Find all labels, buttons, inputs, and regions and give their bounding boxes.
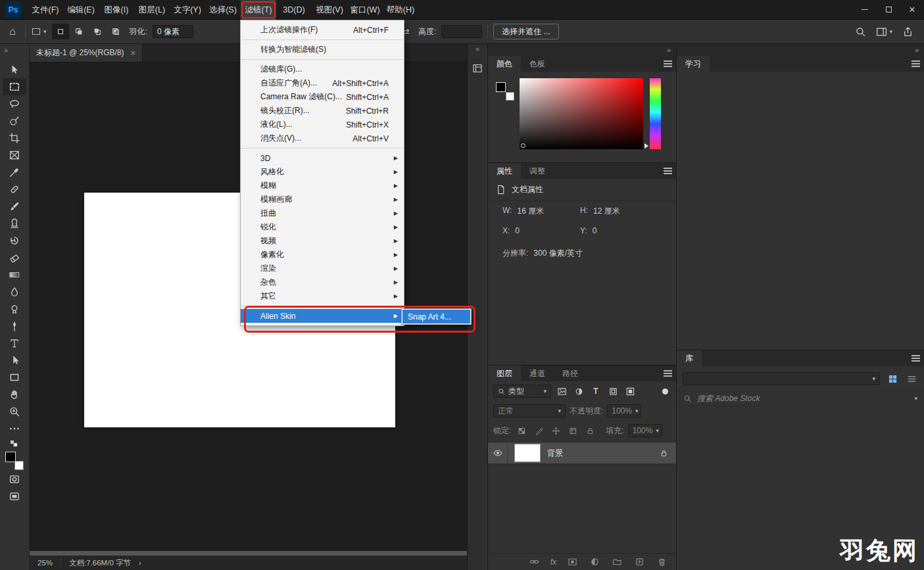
- color-panel-swatches[interactable]: [496, 82, 514, 101]
- screen-mode-button[interactable]: [3, 488, 26, 505]
- quick-mask-button[interactable]: [3, 471, 26, 488]
- type-tool[interactable]: [3, 335, 26, 352]
- foreground-color-swatch[interactable]: [496, 82, 506, 92]
- tab-learn[interactable]: 学习: [677, 56, 710, 72]
- fill-input[interactable]: 100% ▾: [628, 424, 662, 437]
- zoom-level[interactable]: 25%: [37, 559, 53, 567]
- add-layer-mask-icon[interactable]: [566, 556, 579, 568]
- menu-item-filter-gallery[interactable]: 滤镜库(G)...: [241, 62, 404, 76]
- gradient-tool[interactable]: [3, 266, 26, 283]
- layer-effects-icon[interactable]: fx: [550, 558, 556, 567]
- foreground-background-swatches[interactable]: [5, 451, 24, 471]
- lock-artboard-icon[interactable]: [566, 425, 579, 437]
- blur-tool[interactable]: [3, 283, 26, 300]
- menu-item-other[interactable]: 其它 ▶: [241, 289, 404, 303]
- lasso-tool[interactable]: [3, 95, 26, 112]
- default-colors-icon[interactable]: [10, 440, 19, 448]
- rectangular-marquee-tool[interactable]: [3, 78, 26, 95]
- layer-name[interactable]: 背景: [547, 448, 563, 459]
- horizontal-scrollbar[interactable]: [30, 550, 467, 556]
- intersect-selection-button[interactable]: [107, 24, 124, 39]
- eyedropper-tool[interactable]: [3, 164, 26, 181]
- menu-select[interactable]: 选择(S): [205, 0, 241, 20]
- color-picker-marker[interactable]: [521, 143, 525, 148]
- menu-item-blur[interactable]: 模糊 ▶: [241, 179, 404, 193]
- frame-tool[interactable]: [3, 147, 26, 164]
- filter-pixel-layers-icon[interactable]: [555, 385, 568, 397]
- x-value[interactable]: 0: [515, 226, 520, 235]
- menu-item-convert-smart-filters[interactable]: 转换为智能滤镜(S): [241, 43, 404, 57]
- menu-image[interactable]: 图像(I): [99, 0, 134, 20]
- lock-transparent-pixels-icon[interactable]: [515, 425, 528, 437]
- layer-thumbnail[interactable]: [514, 444, 541, 462]
- close-button[interactable]: ×: [900, 0, 924, 20]
- dodge-tool[interactable]: [3, 300, 26, 318]
- maximize-button[interactable]: [877, 0, 900, 20]
- document-tab[interactable]: 未标题-1 @ 25%(RGB/8) ×: [30, 44, 143, 62]
- lock-image-pixels-icon[interactable]: [532, 425, 545, 437]
- add-selection-button[interactable]: [70, 24, 87, 39]
- tab-adjustments[interactable]: 调整: [521, 163, 554, 179]
- clone-stamp-tool[interactable]: [3, 215, 26, 232]
- quick-selection-tool[interactable]: [3, 112, 26, 130]
- chevron-down-icon[interactable]: ▾: [914, 395, 917, 402]
- blend-mode-dropdown[interactable]: 正常 ▾: [493, 404, 566, 417]
- share-icon[interactable]: [902, 26, 913, 37]
- menu-type[interactable]: 文字(Y): [170, 0, 205, 20]
- opacity-input[interactable]: 100% ▾: [607, 404, 641, 417]
- foreground-color-swatch[interactable]: [5, 452, 16, 462]
- menu-filter[interactable]: 滤镜(T): [241, 0, 276, 20]
- panel-menu-icon[interactable]: [659, 163, 676, 179]
- hue-slider[interactable]: [650, 78, 661, 149]
- library-select-dropdown[interactable]: ▾: [683, 372, 880, 385]
- menu-item-adaptive-wide-angle[interactable]: 自适应广角(A)... Alt+Shift+Ctrl+A: [241, 76, 404, 90]
- menu-3d[interactable]: 3D(D): [276, 0, 312, 20]
- adjustment-layer-icon[interactable]: [588, 556, 601, 568]
- menu-item-vanishing-point[interactable]: 消失点(V)... Alt+Ctrl+V: [241, 131, 404, 145]
- layer-filter-toggle[interactable]: [662, 389, 668, 394]
- toolbar-expand-icon[interactable]: »: [0, 44, 29, 61]
- spot-healing-brush-tool[interactable]: [3, 181, 26, 198]
- subtract-selection-button[interactable]: [89, 24, 106, 39]
- panel-menu-icon[interactable]: [659, 366, 676, 381]
- menu-view[interactable]: 视图(V): [312, 0, 347, 20]
- zoom-tool[interactable]: [3, 403, 26, 420]
- y-value[interactable]: 0: [593, 226, 597, 235]
- menu-item-sharpen[interactable]: 锐化 ▶: [241, 220, 404, 234]
- filter-type-layers-icon[interactable]: T: [589, 385, 602, 397]
- list-view-icon[interactable]: [905, 373, 918, 385]
- menu-item-render[interactable]: 渲染 ▶: [241, 262, 404, 275]
- collapse-to-icons-icon[interactable]: »: [915, 46, 919, 54]
- lock-position-icon[interactable]: [549, 425, 562, 437]
- menu-item-distort[interactable]: 扭曲 ▶: [241, 206, 404, 220]
- filter-smart-objects-icon[interactable]: [623, 385, 637, 397]
- menu-item-camera-raw[interactable]: Camera Raw 滤镜(C)... Shift+Ctrl+A: [241, 90, 404, 104]
- crop-tool[interactable]: [3, 130, 26, 147]
- tab-swatches[interactable]: 色板: [521, 56, 554, 72]
- panel-menu-icon[interactable]: [907, 56, 924, 72]
- menu-file[interactable]: 文件(F): [28, 0, 63, 20]
- menu-item-lens-correction[interactable]: 镜头校正(R)... Shift+Ctrl+R: [241, 104, 404, 118]
- library-search-row[interactable]: 搜索 Adobe Stock ▾: [677, 391, 924, 406]
- tab-properties[interactable]: 属性: [488, 163, 521, 179]
- eraser-tool[interactable]: [3, 249, 26, 266]
- path-selection-tool[interactable]: [3, 352, 26, 369]
- background-layer-row[interactable]: 背景: [488, 442, 676, 464]
- collapse-panels-icon[interactable]: «: [468, 44, 487, 55]
- new-layer-icon[interactable]: [633, 556, 646, 568]
- menu-layer[interactable]: 图层(L): [134, 0, 170, 20]
- menu-help[interactable]: 帮助(H): [383, 0, 418, 20]
- feather-input[interactable]: 0 像素: [153, 25, 193, 38]
- menu-item-blur-gallery[interactable]: 模糊画廊 ▶: [241, 193, 404, 206]
- search-icon[interactable]: [855, 26, 866, 37]
- layer-visibility-cell[interactable]: [488, 442, 508, 463]
- new-group-icon[interactable]: [610, 556, 623, 568]
- resolution-value[interactable]: 300 像素/英寸: [533, 248, 583, 259]
- filter-shape-layers-icon[interactable]: [606, 385, 620, 397]
- grid-view-icon[interactable]: [886, 373, 899, 385]
- menu-window[interactable]: 窗口(W): [347, 0, 383, 20]
- panel-menu-icon[interactable]: [659, 56, 676, 72]
- history-brush-tool[interactable]: [3, 232, 26, 249]
- height-input[interactable]: [441, 25, 482, 38]
- saturation-brightness-field[interactable]: [520, 78, 643, 149]
